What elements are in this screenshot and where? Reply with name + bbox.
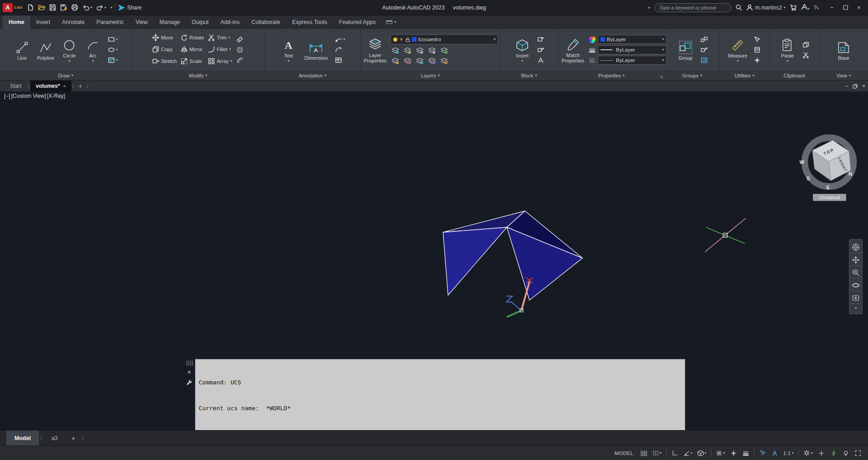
layer-freeze-button[interactable]: [415, 46, 424, 55]
command-close-icon[interactable]: ×: [187, 369, 191, 375]
isolate-objects-button[interactable]: [840, 448, 851, 459]
file-tab-start[interactable]: Start: [5, 81, 27, 91]
text-tool-button[interactable]: A Text ▾: [278, 37, 299, 63]
layer-properties-button[interactable]: Layer Properties: [362, 37, 388, 63]
search-expand-icon[interactable]: ▸: [649, 6, 650, 10]
otrack-toggle[interactable]: [728, 448, 739, 459]
mirror-tool-button[interactable]: Mirror: [179, 44, 205, 55]
properties-panel-label[interactable]: Properties▾↘: [558, 71, 665, 80]
clipboard-panel-label[interactable]: Clipboard: [770, 71, 819, 80]
new-drawing-tab-button[interactable]: +: [75, 81, 86, 91]
annotation-scale-button[interactable]: 1:1▾: [782, 448, 796, 459]
table-tool-button[interactable]: [334, 56, 346, 65]
qat-customize-button[interactable]: ▾: [110, 6, 112, 10]
plot-button[interactable]: [71, 4, 78, 11]
quick-calc-button[interactable]: [753, 45, 762, 54]
orbit-button[interactable]: [850, 279, 861, 291]
app-menu-button[interactable]: A CAD: [3, 3, 23, 12]
leader-tool-button[interactable]: ▾: [334, 35, 346, 44]
graphics-performance-toggle[interactable]: [828, 448, 839, 459]
pan-button[interactable]: [850, 254, 861, 266]
ortho-toggle[interactable]: [669, 448, 680, 459]
viewport-menu-control[interactable]: [−]: [4, 93, 11, 99]
isodraft-toggle[interactable]: ▾: [696, 448, 708, 459]
osnap-toggle[interactable]: ▾: [714, 448, 727, 459]
tab-collaborate[interactable]: Collaborate: [245, 15, 286, 29]
ucs-name-badge[interactable]: Unnamed: [813, 194, 846, 201]
block-attributes-button[interactable]: [536, 56, 545, 65]
offset-tool-button[interactable]: [235, 56, 244, 65]
open-file-button[interactable]: [38, 4, 45, 11]
hatch-tool-button[interactable]: ▾: [107, 56, 119, 65]
annotation-panel-label[interactable]: Annotation▾: [265, 71, 360, 80]
ribbon-display-toggle[interactable]: ▾: [386, 15, 396, 29]
navbar-more-button[interactable]: ▾: [850, 305, 861, 312]
multileader-tool-button[interactable]: [334, 45, 346, 54]
tab-featured-apps[interactable]: Featured Apps: [333, 15, 382, 29]
insert-block-button[interactable]: Insert ▾: [512, 37, 533, 63]
layout-tab-a3[interactable]: a3: [43, 431, 66, 446]
new-layout-button[interactable]: +: [66, 431, 81, 446]
viewcube-north-label[interactable]: N: [849, 171, 852, 177]
file-tab-volumes[interactable]: volumes*×: [30, 81, 72, 91]
draw-panel-label[interactable]: Draw▾: [0, 71, 131, 80]
match-properties-button[interactable]: Match Properties: [560, 37, 586, 63]
tab-home[interactable]: Home: [3, 15, 30, 29]
tab-add-ins[interactable]: Add-ins: [215, 15, 245, 29]
erase-tool-button[interactable]: [235, 35, 244, 44]
annotation-visibility-toggle[interactable]: [769, 448, 780, 459]
viewport-view-control[interactable]: [Custom View]: [11, 93, 47, 99]
layer-unisolate-button[interactable]: [403, 56, 412, 65]
command-drag-handle[interactable]: [186, 360, 193, 365]
search-input[interactable]: [654, 3, 731, 12]
trim-tool-button[interactable]: Trim▾: [206, 32, 234, 43]
move-tool-button[interactable]: Move: [151, 32, 178, 43]
base-view-button[interactable]: Base: [833, 39, 854, 61]
viewport-visual-style-control[interactable]: [X-Ray]: [47, 93, 66, 99]
selection-cycling-toggle[interactable]: [757, 448, 768, 459]
zoom-button[interactable]: [850, 267, 861, 278]
array-tool-button[interactable]: Array▾: [206, 56, 234, 67]
command-history-box[interactable]: Command: UCS Current ucs name: *WORLD* S…: [195, 359, 685, 430]
tab-output[interactable]: Output: [186, 15, 215, 29]
tab-insert[interactable]: Insert: [30, 15, 56, 29]
quick-select-button[interactable]: [753, 35, 762, 44]
cut-clip-button[interactable]: [801, 51, 811, 60]
viewcube-east-label[interactable]: E: [826, 185, 830, 190]
edit-block-button[interactable]: [536, 45, 545, 54]
circle-tool-button[interactable]: Circle ▾: [59, 37, 80, 63]
user-account-button[interactable]: m.martins2 ▾: [746, 4, 785, 11]
tab-express-tools[interactable]: Express Tools: [286, 15, 333, 29]
copy-tool-button[interactable]: Copy: [151, 44, 178, 55]
clean-screen-button[interactable]: [853, 448, 863, 459]
share-button[interactable]: Share: [118, 5, 142, 11]
dimension-tool-button[interactable]: Dimension: [303, 39, 330, 61]
workspace-switching-button[interactable]: ▾: [801, 448, 815, 459]
ungroup-button[interactable]: [700, 35, 709, 44]
tab-parametric[interactable]: Parametric: [91, 15, 129, 29]
layer-match-button[interactable]: [439, 56, 449, 65]
tab-manage[interactable]: Manage: [153, 15, 186, 29]
viewcube-south-label[interactable]: S: [806, 176, 810, 181]
group-selection-toggle-button[interactable]: [700, 56, 709, 65]
file-tab-close-icon[interactable]: ×: [63, 83, 66, 89]
fillet-tool-button[interactable]: Fillet▾: [206, 44, 234, 55]
close-button[interactable]: ×: [853, 2, 865, 13]
id-point-button[interactable]: [753, 56, 762, 65]
group-edit-button[interactable]: [700, 45, 709, 54]
viewcube[interactable]: TOP FRONT W S E N: [800, 134, 857, 190]
create-block-button[interactable]: [536, 35, 545, 44]
utilities-panel-label[interactable]: Utilities▾: [720, 71, 769, 80]
arc-tool-button[interactable]: Arc ▾: [82, 37, 103, 63]
lineweight-select[interactable]: ByLayer ▾: [598, 45, 667, 54]
layer-on-button[interactable]: [391, 56, 400, 65]
groups-panel-label[interactable]: Groups▾: [665, 71, 719, 80]
paste-button[interactable]: Paste ▾: [777, 37, 798, 63]
command-settings-icon[interactable]: [186, 379, 193, 386]
minimize-button[interactable]: −: [825, 2, 838, 13]
copy-clip-button[interactable]: [801, 40, 811, 49]
stretch-tool-button[interactable]: Stretch: [151, 56, 178, 67]
search-icon[interactable]: [735, 4, 742, 11]
undo-button[interactable]: ▾: [82, 5, 92, 11]
annotation-monitor-button[interactable]: [816, 448, 827, 459]
